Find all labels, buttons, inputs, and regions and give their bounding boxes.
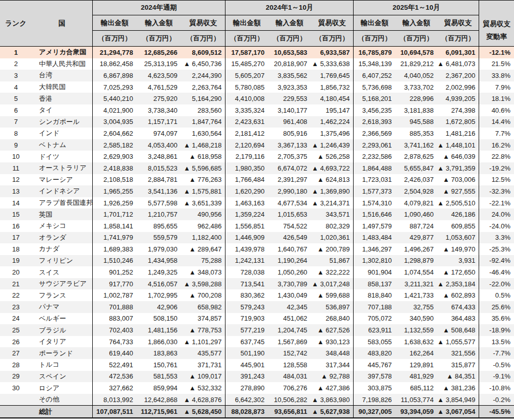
table-row: 9ベトナム2,585,1824,053,400▲ 1,468,2182,120,… bbox=[0, 139, 514, 151]
value-cell: 12,685,266 bbox=[137, 47, 181, 58]
value-cell: 945,588 bbox=[396, 116, 438, 128]
value-cell: 1,375,496 bbox=[311, 128, 354, 139]
table-row: 26イタリア764,7331,866,030▲ 1,101,297637,745… bbox=[0, 336, 514, 348]
rank-cell: 10 bbox=[0, 151, 32, 162]
value-cell: 4,040,052 bbox=[396, 70, 438, 81]
value-cell: 658,982 bbox=[181, 301, 225, 313]
value-cell: 1,866,030 bbox=[137, 336, 181, 348]
rank-cell: 6 bbox=[0, 104, 32, 116]
change-rate-cell: 13.5% bbox=[479, 336, 514, 348]
value-cell: 128,558 bbox=[268, 359, 311, 371]
header-change-line1: 貿易収支 bbox=[479, 17, 514, 30]
table-row: 19フィリピン1,510,2461,434,95875,2881,242,131… bbox=[0, 255, 514, 267]
country-cell: イタリア bbox=[32, 336, 92, 348]
value-cell: ▲ 3,017,248 bbox=[311, 278, 354, 290]
value-cell: 8,015,523 bbox=[137, 162, 181, 174]
change-rate-cell: 24.0% bbox=[479, 208, 514, 220]
value-cell: 1,965,255 bbox=[92, 185, 137, 197]
value-cell: 1,577,373 bbox=[354, 185, 396, 197]
rank-cell: 20 bbox=[0, 266, 32, 278]
value-cell: 17,587,170 bbox=[225, 47, 268, 58]
value-cell: 701,888 bbox=[92, 301, 137, 313]
value-cell: 75,288 bbox=[181, 255, 225, 267]
value-cell: 1,242,131 bbox=[225, 255, 268, 267]
change-rate-cell: -92.4% bbox=[479, 255, 514, 267]
value-cell: 2,181,412 bbox=[225, 128, 268, 139]
value-cell: 3,367,133 bbox=[268, 139, 311, 151]
table-row: 29スペイン472,536581,553▲ 109,017391,243484,… bbox=[0, 371, 514, 383]
value-cell: 3,741,162 bbox=[396, 139, 438, 151]
value-cell: 1,702,995 bbox=[137, 289, 181, 301]
country-cell: マレーシア bbox=[32, 174, 92, 186]
value-cell: 2,604,662 bbox=[92, 128, 137, 139]
value-cell: 88,028,873 bbox=[225, 406, 268, 418]
change-rate-cell: 21.5% bbox=[479, 58, 514, 70]
header-unit: （百万円） bbox=[396, 31, 438, 47]
value-cell: 7,025,293 bbox=[92, 81, 137, 93]
value-cell: ▲ 92,788 bbox=[311, 371, 354, 383]
rank-cell: 16 bbox=[0, 220, 32, 232]
value-cell: 2,878,625 bbox=[396, 151, 438, 162]
value-cell: 21,829,212 bbox=[396, 58, 438, 70]
value-cell: 6,642,302 bbox=[225, 394, 268, 406]
value-cell: ▲ 627,526 bbox=[311, 324, 354, 336]
value-cell: ▲ 700,208 bbox=[181, 289, 225, 301]
value-cell: 5,168,201 bbox=[354, 93, 396, 104]
value-cell: 901,904 bbox=[354, 266, 396, 278]
change-rate-cell: 22.8% bbox=[479, 151, 514, 162]
table-row: 10ドイツ2,629,9033,248,861▲ 618,9582,179,11… bbox=[0, 151, 514, 162]
value-cell: 2,232,586 bbox=[354, 151, 396, 162]
header-balance-3: 貿易収支 bbox=[437, 15, 479, 31]
country-cell: タイ bbox=[32, 104, 92, 116]
value-cell: 501,190 bbox=[225, 347, 268, 359]
value-cell: 3,923,353 bbox=[268, 81, 311, 93]
trade-statistics-table: ランク 国 2024年通期 2024年1～10月 2025年1～10月 貿易収支… bbox=[0, 0, 514, 418]
header-unit: （百万円） bbox=[268, 31, 311, 47]
value-cell: 1,723,031 bbox=[354, 174, 396, 186]
rank-cell: 30 bbox=[0, 382, 32, 394]
value-cell: 1,132,559 bbox=[396, 324, 438, 336]
value-cell: 802,329 bbox=[311, 220, 354, 232]
value-cell: 364,483 bbox=[437, 313, 479, 325]
header-unit: （百万円） bbox=[354, 31, 396, 47]
value-cell: ▲ 4,693,722 bbox=[311, 162, 354, 174]
rank-cell: 29 bbox=[0, 371, 32, 383]
header-import-2: 輸入金額 bbox=[268, 15, 311, 31]
value-cell: 1,050,260 bbox=[268, 266, 311, 278]
table-row: 13インドネシア1,965,2553,541,136▲ 1,575,8811,6… bbox=[0, 185, 514, 197]
value-cell: 706,276 bbox=[268, 382, 311, 394]
change-rate-cell: -24.0% bbox=[479, 220, 514, 232]
value-cell: 1,430,049 bbox=[268, 289, 311, 301]
change-rate-cell: 14.4% bbox=[479, 116, 514, 128]
value-cell: 559,579 bbox=[137, 232, 181, 244]
rank-cell: 1 bbox=[0, 47, 32, 58]
change-rate-cell: -0.2% bbox=[479, 394, 514, 406]
header-unit: （百万円） bbox=[311, 31, 354, 47]
value-cell: 3,541,136 bbox=[137, 185, 181, 197]
value-cell: 1,015,653 bbox=[268, 208, 311, 220]
value-cell: 3,931 bbox=[437, 255, 479, 267]
value-cell: 195,147 bbox=[311, 104, 354, 116]
value-cell: 6,091,301 bbox=[437, 47, 479, 58]
value-cell: 3,248,861 bbox=[137, 151, 181, 162]
country-cell: メキシコ bbox=[32, 220, 92, 232]
header-change-rate: 貿易収支 変動率 bbox=[479, 1, 514, 47]
value-cell: ▲ 3,863,980 bbox=[311, 394, 354, 406]
value-cell: 579,243 bbox=[225, 301, 268, 313]
value-cell: 4,021,900 bbox=[92, 104, 137, 116]
value-cell: 2,585,182 bbox=[92, 139, 137, 151]
value-cell: 1,190,264 bbox=[268, 255, 311, 267]
value-cell: 481,929 bbox=[396, 371, 438, 383]
value-cell: ▲ 776,263 bbox=[181, 174, 225, 186]
value-cell: 1,769,645 bbox=[311, 70, 354, 81]
value-cell: 1,446,909 bbox=[225, 232, 268, 244]
value-cell: 93,394,059 bbox=[396, 406, 438, 418]
table-row: 17オランダ1,741,979559,5791,182,4001,446,909… bbox=[0, 232, 514, 244]
value-cell: ▲ 1,369,890 bbox=[311, 185, 354, 197]
change-rate-cell: -45.5% bbox=[479, 406, 514, 418]
value-cell: 1,620,290 bbox=[225, 185, 268, 197]
value-cell: 2,884,781 bbox=[137, 174, 181, 186]
table-row: 22フランス1,002,7871,702,995▲ 700,208830,362… bbox=[0, 289, 514, 301]
value-cell: 445,901 bbox=[225, 359, 268, 371]
value-cell: 1,483,484 bbox=[354, 232, 396, 244]
